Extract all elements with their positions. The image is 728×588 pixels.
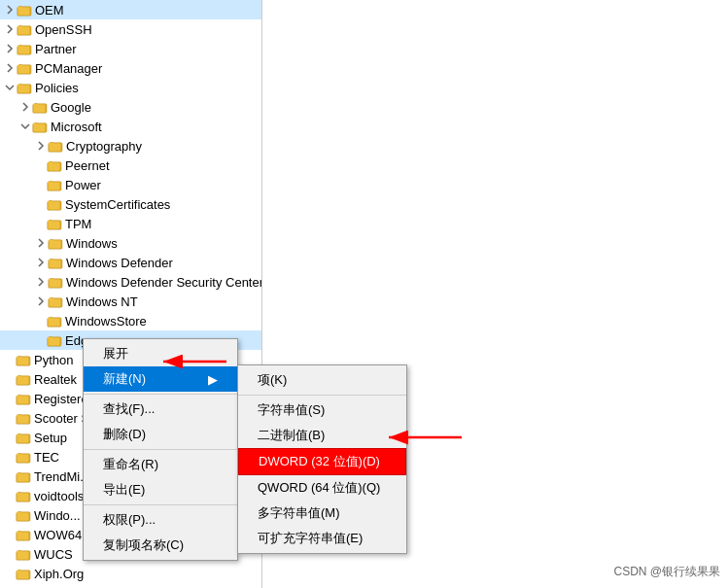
- svg-rect-3: [17, 26, 22, 28]
- tree-item[interactable]: OEM: [0, 0, 261, 19]
- tree-item[interactable]: SystemCertificates: [0, 194, 261, 214]
- context-menu-label: 删除(D): [103, 426, 146, 443]
- folder-icon: [16, 391, 31, 406]
- folder-icon: [47, 216, 62, 231]
- submenu-item[interactable]: 多字符串值(M): [238, 501, 406, 526]
- tree-item[interactable]: Partner: [0, 39, 261, 58]
- svg-rect-31: [49, 298, 53, 300]
- svg-rect-35: [48, 337, 52, 339]
- svg-rect-41: [17, 396, 21, 398]
- tree-item[interactable]: WindowsStore: [0, 311, 261, 330]
- folder-icon: [16, 410, 31, 426]
- context-menu-item[interactable]: 复制项名称(C): [84, 533, 237, 558]
- folder-icon: [16, 546, 31, 562]
- context-menu-item[interactable]: 删除(D): [84, 422, 237, 447]
- tree-item-label: OpenSSH: [35, 22, 92, 37]
- tree-chevron[interactable]: [4, 82, 16, 93]
- svg-rect-17: [48, 162, 52, 164]
- folder-icon: [47, 313, 62, 329]
- tree-item-label: WUCS: [34, 547, 73, 562]
- folder-icon: [16, 371, 31, 387]
- tree-chevron[interactable]: [4, 43, 16, 54]
- folder-icon: [16, 430, 31, 445]
- folder-icon: [32, 119, 48, 134]
- tree-item-label: voidtools: [34, 489, 84, 503]
- svg-rect-5: [17, 46, 22, 48]
- context-menu-label: 导出(E): [103, 481, 145, 499]
- tree-item-label: Windows: [66, 236, 118, 251]
- tree-chevron[interactable]: [35, 295, 47, 307]
- folder-icon: [47, 196, 62, 212]
- tree-item[interactable]: Windows NT: [0, 292, 261, 311]
- folder-icon: [48, 235, 63, 251]
- tree-item[interactable]: Windows Defender Security Center: [0, 272, 261, 292]
- svg-rect-37: [17, 357, 21, 359]
- folder-icon: [17, 2, 32, 17]
- tree-item[interactable]: Windows Defender: [0, 253, 261, 272]
- tree-item-label: Power: [65, 178, 101, 192]
- tree-item[interactable]: Microsoft: [0, 117, 261, 136]
- svg-rect-49: [17, 473, 21, 475]
- tree-chevron[interactable]: [35, 257, 47, 268]
- svg-rect-7: [17, 65, 22, 67]
- folder-icon: [47, 157, 62, 173]
- folder-icon: [32, 99, 48, 115]
- tree-item[interactable]: Xiph.Org: [0, 564, 261, 583]
- context-menu-label: 重命名(R): [103, 456, 158, 473]
- tree-item-label: Policies: [35, 81, 79, 95]
- tree-chevron[interactable]: [19, 101, 31, 113]
- tree-item-label: Peernet: [65, 158, 110, 173]
- folder-icon: [16, 507, 31, 523]
- tree-chevron[interactable]: [35, 140, 47, 152]
- context-menu-item[interactable]: 重命名(R): [84, 452, 237, 477]
- tree-item-label: Windows NT: [66, 294, 138, 309]
- tree-item-label: TPM: [65, 217, 91, 231]
- tree-item-label: Windo...: [34, 508, 81, 523]
- folder-icon: [48, 138, 63, 154]
- tree-item-label: Partner: [35, 42, 77, 56]
- folder-icon: [16, 488, 31, 503]
- tree-item-label: Windows Defender Security Center: [66, 275, 262, 290]
- tree-chevron[interactable]: [4, 62, 16, 74]
- folder-icon: [16, 468, 31, 484]
- tree-item-label: WindowsStore: [65, 314, 147, 329]
- tree-chevron[interactable]: [19, 121, 31, 132]
- tree-item[interactable]: TPM: [0, 214, 261, 233]
- svg-rect-27: [49, 259, 53, 261]
- tree-chevron[interactable]: [4, 23, 16, 35]
- svg-rect-13: [33, 123, 38, 125]
- context-menu-item[interactable]: 权限(P)...: [84, 507, 237, 533]
- svg-rect-11: [33, 104, 38, 106]
- svg-rect-59: [17, 571, 21, 572]
- folder-icon: [16, 566, 31, 581]
- submenu-item[interactable]: QWORD (64 位值)(Q): [238, 475, 406, 501]
- context-menu-item[interactable]: 查找(F)...: [84, 397, 237, 422]
- context-menu-item[interactable]: 导出(E): [84, 477, 237, 502]
- tree-item-label: Python: [34, 353, 73, 367]
- folder-icon: [17, 80, 32, 95]
- tree-chevron[interactable]: [4, 4, 16, 16]
- tree-item[interactable]: PCManager: [0, 58, 261, 78]
- svg-rect-57: [17, 551, 21, 553]
- tree-item[interactable]: Windows: [0, 233, 261, 253]
- tree-item-label: TEC: [34, 450, 59, 465]
- folder-icon: [48, 294, 63, 309]
- folder-icon: [16, 449, 31, 465]
- submenu[interactable]: 项(K)字符串值(S)二进制值(B)DWORD (32 位值)(D)QWORD …: [237, 364, 407, 554]
- folder-icon: [48, 255, 63, 270]
- submenu-item[interactable]: 项(K): [238, 367, 406, 393]
- tree-chevron[interactable]: [35, 237, 47, 249]
- tree-item[interactable]: Google: [0, 97, 261, 117]
- tree-item[interactable]: Power: [0, 175, 261, 194]
- tree-item[interactable]: Peernet: [0, 156, 261, 175]
- context-menu-label: 新建(N): [103, 370, 146, 388]
- tree-item[interactable]: OpenSSH: [0, 19, 261, 39]
- tree-item-label: Xiph.Org: [34, 567, 84, 581]
- tree-item[interactable]: Cryptography: [0, 136, 261, 156]
- submenu-item[interactable]: 可扩充字符串值(E): [238, 526, 406, 551]
- tree-chevron[interactable]: [35, 276, 47, 288]
- svg-rect-1: [17, 7, 22, 9]
- context-menu-label: 查找(F)...: [103, 400, 155, 418]
- tree-item[interactable]: Policies: [0, 78, 261, 97]
- watermark: CSDN @银行续果果: [613, 564, 720, 580]
